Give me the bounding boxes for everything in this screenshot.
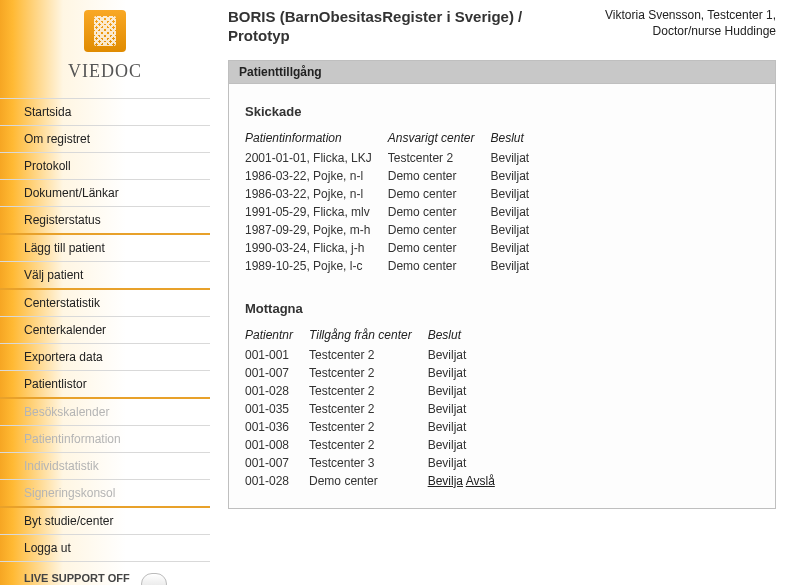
brand-text: VIEDOC xyxy=(0,61,210,82)
brand-icon xyxy=(84,10,126,52)
sidebar-item: Patientinformation xyxy=(0,425,210,452)
live-support-box[interactable]: LIVE SUPPORT OFF Please leave a message xyxy=(0,561,210,585)
sidebar-item[interactable]: Logga ut xyxy=(0,534,210,561)
table-row: 1990-03-24, Flicka, j-hDemo centerBevilj… xyxy=(245,239,545,257)
table-row: 001-028Testcenter 2Beviljat xyxy=(245,382,511,400)
sidebar-item[interactable]: Välj patient xyxy=(0,261,210,288)
sidebar-item[interactable]: Lägg till patient xyxy=(0,233,210,261)
table-row: 1987-09-29, Pojke, m-hDemo centerBevilja… xyxy=(245,221,545,239)
column-header: Beslut xyxy=(428,326,511,346)
received-table: PatientnrTillgång från centerBeslut 001-… xyxy=(245,326,511,490)
page-title: BORIS (BarnObesitasRegister i Sverige) /… xyxy=(228,8,568,46)
sidebar-item[interactable]: Dokument/Länkar xyxy=(0,179,210,206)
approve-link[interactable]: Bevilja xyxy=(428,474,463,488)
sent-table: PatientinformationAnsvarigt centerBeslut… xyxy=(245,129,545,275)
table-row: 001-001Testcenter 2Beviljat xyxy=(245,346,511,364)
table-row: 1991-05-29, Flicka, mlvDemo centerBevilj… xyxy=(245,203,545,221)
sidebar-item: Individstatistik xyxy=(0,452,210,479)
sidebar-item: Signeringskonsol xyxy=(0,479,210,506)
sidebar-item: Besökskalender xyxy=(0,397,210,425)
table-row: 2001-01-01, Flicka, LKJTestcenter 2Bevil… xyxy=(245,149,545,167)
table-row: 1986-03-22, Pojke, n-lDemo centerBevilja… xyxy=(245,167,545,185)
column-header: Ansvarigt center xyxy=(388,129,491,149)
table-row: 001-036Testcenter 2Beviljat xyxy=(245,418,511,436)
sidebar-item[interactable]: Centerstatistik xyxy=(0,288,210,316)
table-row: 1989-10-25, Pojke, l-cDemo centerBevilja… xyxy=(245,257,545,275)
sidebar-item[interactable]: Startsida xyxy=(0,98,210,125)
sidebar-item[interactable]: Om registret xyxy=(0,125,210,152)
sidebar-item[interactable]: Centerkalender xyxy=(0,316,210,343)
sidebar-nav: StartsidaOm registretProtokollDokument/L… xyxy=(0,98,210,561)
table-row: 001-007Testcenter 2Beviljat xyxy=(245,364,511,382)
chat-bubble-icon xyxy=(141,573,167,586)
user-line-1: Viktoria Svensson, Testcenter 1, xyxy=(605,8,776,24)
user-info: Viktoria Svensson, Testcenter 1, Doctor/… xyxy=(605,8,776,39)
sent-heading: Skickade xyxy=(245,104,759,119)
panel-title: Patienttillgång xyxy=(229,61,775,84)
sidebar-item[interactable]: Registerstatus xyxy=(0,206,210,233)
table-row: 001-007Testcenter 3Beviljat xyxy=(245,454,511,472)
user-line-2: Doctor/nurse Huddinge xyxy=(605,24,776,40)
live-support-title: LIVE SUPPORT OFF xyxy=(24,572,133,584)
sidebar-item[interactable]: Byt studie/center xyxy=(0,506,210,534)
sidebar: VIEDOC StartsidaOm registretProtokollDok… xyxy=(0,0,210,585)
sidebar-item[interactable]: Exportera data xyxy=(0,343,210,370)
sidebar-item[interactable]: Protokoll xyxy=(0,152,210,179)
reject-link[interactable]: Avslå xyxy=(466,474,495,488)
table-row: 1986-03-22, Pojke, n-lDemo centerBevilja… xyxy=(245,185,545,203)
sidebar-item[interactable]: Patientlistor xyxy=(0,370,210,397)
column-header: Patientinformation xyxy=(245,129,388,149)
patient-access-panel: Patienttillgång Skickade Patientinformat… xyxy=(228,60,776,509)
table-row: 001-035Testcenter 2Beviljat xyxy=(245,400,511,418)
column-header: Patientnr xyxy=(245,326,309,346)
received-heading: Mottagna xyxy=(245,301,759,316)
brand-area: VIEDOC xyxy=(0,0,210,98)
column-header: Beslut xyxy=(490,129,545,149)
column-header: Tillgång från center xyxy=(309,326,428,346)
table-row: 001-028Demo centerBevilja Avslå xyxy=(245,472,511,490)
table-row: 001-008Testcenter 2Beviljat xyxy=(245,436,511,454)
